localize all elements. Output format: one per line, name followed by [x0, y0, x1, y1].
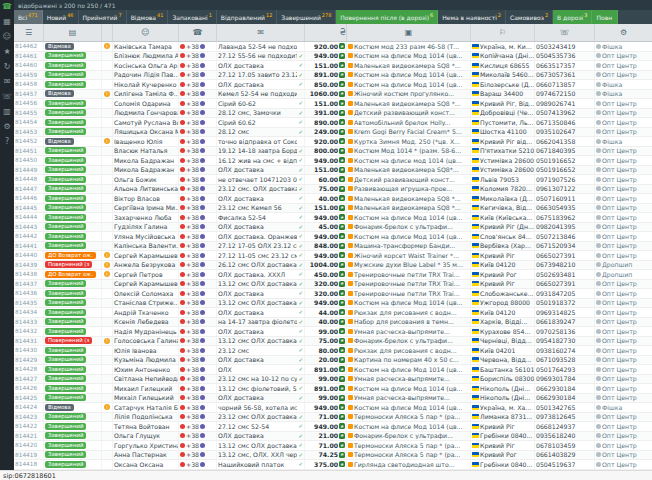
product-cell[interactable]: Картина по номерам 40 х 50 с...	[347, 356, 471, 365]
contact-cell[interactable]: +38	[179, 42, 217, 51]
product-cell[interactable]: Костюм на флисе Мод 1014 (цв...	[347, 403, 471, 412]
table-row[interactable]: 814443 Завершений ! Гудзілях Галина +38 …	[14, 223, 652, 233]
status-cell[interactable]: Завершений	[44, 384, 102, 393]
table-row[interactable]: 814424 Відмова ! Сатарчук Наталія Б... +…	[14, 403, 652, 413]
product-cell[interactable]: Развивающая игрушка-прое...	[347, 185, 471, 194]
table-row[interactable]: 814423 Завершений ! Лілія Подолінська +3…	[14, 413, 652, 423]
contact-cell[interactable]: +38	[179, 185, 217, 194]
customer-cell[interactable]: Анжела Безрукова	[113, 261, 179, 270]
contact-cell[interactable]: +38	[179, 451, 217, 460]
column-header-comment[interactable]: ✉	[217, 24, 305, 41]
help-icon[interactable]: ?	[5, 137, 9, 147]
customer-cell[interactable]: Самотуй Руслана Во...	[113, 118, 179, 127]
column-header-price[interactable]: ₴	[305, 24, 347, 41]
customer-cell[interactable]: Оксана Оксана	[113, 460, 179, 469]
product-cell[interactable]: Маленькая видеокамера SQ8 *...	[347, 99, 471, 108]
contact-cell[interactable]: +38	[179, 232, 217, 241]
status-cell[interactable]: Завершений	[44, 365, 102, 374]
info-cell[interactable]: !	[102, 394, 113, 403]
contact-cell[interactable]: +38	[179, 80, 217, 89]
table-row[interactable]: 814430 Завершений ! Юлія Іванова +38 23.…	[14, 346, 652, 356]
status-cell[interactable]: Завершений	[44, 61, 102, 70]
info-cell[interactable]: !	[102, 71, 113, 80]
product-cell[interactable]: Жіночий костюм прогулянко...	[347, 90, 471, 99]
info-cell[interactable]: !	[102, 90, 113, 99]
viber-icon[interactable]	[200, 424, 205, 429]
viber-icon[interactable]	[200, 338, 205, 343]
product-cell[interactable]: Рюкзак для рисования с водн...	[347, 308, 471, 317]
table-row[interactable]: 814444 Завершений ! Захарченко Люба +38 …	[14, 213, 652, 223]
product-cell[interactable]: Костюм на флисе мод 1014 (цв...	[347, 156, 471, 165]
call-icon[interactable]	[180, 300, 185, 305]
info-cell[interactable]: !	[102, 308, 113, 317]
call-icon[interactable]	[180, 167, 185, 172]
table-row[interactable]: 814459 Завершений ! Радочин Лідія Пав...…	[14, 71, 652, 81]
table-row[interactable]: 814452 Відмова ! Іващенко Юлія +38 точно…	[14, 137, 652, 147]
table-row[interactable]: 814449 Завершений ! Микола Бадражан +38 …	[14, 166, 652, 176]
customer-cell[interactable]: Станіслав Стриже...	[113, 299, 179, 308]
info-cell[interactable]: !	[102, 242, 113, 251]
contact-cell[interactable]: +38	[179, 61, 217, 70]
table-row[interactable]: 814447 Завершений ! Альона Литвинська +3…	[14, 185, 652, 195]
column-header-name[interactable]: ☺	[113, 24, 179, 41]
info-cell[interactable]: !	[102, 318, 113, 327]
table-row[interactable]: 814462 Відмова ! Канівська Тамара +38 Ла…	[14, 42, 652, 52]
column-header-contact[interactable]: ☎	[179, 24, 217, 41]
table-row[interactable]: 814425 Завершений ! Михаіл Гилецький +38…	[14, 394, 652, 404]
info-cell[interactable]: !	[102, 365, 113, 374]
table-row[interactable]: 814433 Завершений ! Ксенія Лебедева +38 …	[14, 318, 652, 328]
table-row[interactable]: 814441 Завершений ! Калінська Валенти...…	[14, 242, 652, 252]
status-cell[interactable]: Завершений	[44, 52, 102, 61]
product-cell[interactable]: Детский развивающий конст...	[347, 109, 471, 118]
customer-cell[interactable]: Надія Мудранінець	[113, 327, 179, 336]
contact-cell[interactable]: +38	[179, 432, 217, 441]
customer-cell[interactable]: Світлана Непийвода	[113, 375, 179, 384]
call-icon[interactable]	[180, 386, 185, 391]
contact-cell[interactable]: +38	[179, 99, 217, 108]
customer-cell[interactable]: Калінська Валенти...	[113, 242, 179, 251]
apps-icon[interactable]: ▦	[3, 17, 11, 27]
star-icon[interactable]: ★	[3, 47, 10, 57]
status-cell[interactable]: Завершений	[44, 375, 102, 384]
table-row[interactable]: 814446 Завершений ! Віктор Власов +38 ОЛ…	[14, 194, 652, 204]
contact-cell[interactable]: +38	[179, 251, 217, 260]
status-cell[interactable]: Завершений	[44, 289, 102, 298]
table-row[interactable]: 814456 Завершений ! Соломія Одарина +38 …	[14, 99, 652, 109]
customer-cell[interactable]: Микола Бадражан	[113, 166, 179, 175]
info-cell[interactable]: !	[102, 460, 113, 469]
info-cell[interactable]: !	[102, 413, 113, 422]
product-cell[interactable]: Маленькая видеокамера SQ8*...	[347, 166, 471, 175]
info-cell[interactable]: !	[102, 280, 113, 289]
customer-cell[interactable]: Гудзілях Галина	[113, 223, 179, 232]
table-row[interactable]: 814448 Завершений ! Ольга Божик +38 не о…	[14, 175, 652, 185]
info-cell[interactable]: !	[102, 194, 113, 203]
info-cell[interactable]: !	[102, 52, 113, 61]
user-icon[interactable]: ☺	[3, 32, 11, 42]
viber-icon[interactable]	[200, 158, 205, 163]
customer-cell[interactable]: Віктор Власов	[113, 194, 179, 203]
call-icon[interactable]	[180, 329, 185, 334]
call-icon[interactable]	[180, 186, 185, 191]
customer-cell[interactable]: Іващенко Юлія	[113, 137, 179, 146]
customer-cell[interactable]: Блізнюк Людмила А...	[113, 52, 179, 61]
contact-cell[interactable]: +38	[179, 71, 217, 80]
product-cell[interactable]: Машина-трансформер Банди...	[347, 242, 471, 251]
status-cell[interactable]: Завершений	[44, 80, 102, 89]
viber-icon[interactable]	[200, 300, 205, 305]
call-icon[interactable]	[180, 281, 185, 286]
product-cell[interactable]: Фонарик-брелок с ультрафи...	[347, 337, 471, 346]
status-cell[interactable]: Завершений	[44, 156, 102, 165]
customer-cell[interactable]: Ніколай Кучеренко	[113, 80, 179, 89]
info-cell[interactable]: !	[102, 175, 113, 184]
status-cell[interactable]: Відмова	[44, 90, 102, 99]
product-cell[interactable]: Костюм мод 233 разм 46-58 (Т...	[347, 42, 471, 51]
table-row[interactable]: 814442 Завершений ! Уляна Мусійовська +3…	[14, 232, 652, 242]
viber-icon[interactable]	[200, 310, 205, 315]
info-cell[interactable]: !	[102, 403, 113, 412]
viber-icon[interactable]	[200, 224, 205, 229]
table-row[interactable]: 814454 Завершений ! Самотуй Руслана Во..…	[14, 118, 652, 128]
customer-cell[interactable]: Уляна Мусійовська	[113, 232, 179, 241]
info-cell[interactable]: !	[102, 166, 113, 175]
product-cell[interactable]: Костюм на флисе Мод 1014 (цв...	[347, 80, 471, 89]
product-cell[interactable]: Костюм на флисе Мод 1014 (цв...	[347, 232, 471, 241]
